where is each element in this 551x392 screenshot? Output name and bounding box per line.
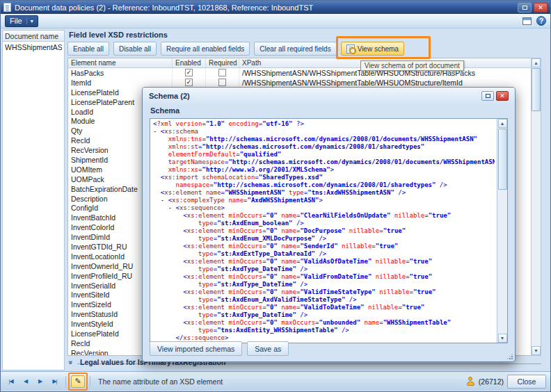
window-title: Document data policies (2) - Reference: … (15, 3, 518, 12)
document-name-header: Document name (2, 30, 65, 42)
xml-line: type="tns:AxdEntity_WHSShipmentTable" /> (153, 327, 495, 334)
nav-first-button[interactable]: |◀ (5, 375, 17, 387)
xml-line: type="st:AxdEnum_AxdValidTimeStateType" … (153, 296, 495, 304)
grid-scrollbar-thumb[interactable] (532, 68, 541, 111)
xml-line: type="st:AxdType_DateTime" /> (153, 311, 495, 319)
column-header-element-name[interactable]: Element name (68, 58, 173, 67)
dialog-restore-button[interactable] (481, 91, 494, 101)
user-icon (466, 377, 475, 386)
menu-bar: File ▾ ? (1, 14, 550, 28)
app-icon (3, 3, 11, 12)
enabled-cell: ✓ (173, 68, 206, 78)
xml-line: <xs:element minOccurs="0" name="DocPurpo… (153, 227, 495, 235)
xml-line: <xs:element minOccurs="0" name="ValidFro… (153, 273, 495, 281)
xml-viewer: <?xml version="1.0" encoding="utf-16" ?>… (150, 118, 508, 343)
disable-all-button[interactable]: Disable all (113, 42, 157, 56)
nav-last-button[interactable]: ▶| (49, 375, 61, 387)
scroll-up-icon[interactable]: ▲ (498, 119, 507, 128)
xml-line: targetNamespace="http://schemas.microsof… (153, 158, 495, 166)
tooltip-view-schema: View schema of port document (360, 60, 464, 71)
statusbar-separator (65, 376, 66, 387)
title-bar[interactable]: Document data policies (2) - Reference: … (1, 1, 550, 14)
xml-line: <xs:element minOccurs="0" name="SenderId… (153, 243, 495, 250)
close-button[interactable]: Close (507, 375, 546, 389)
schema-magnifier-icon (346, 44, 355, 54)
schema-group-label: Schema (150, 106, 179, 115)
dialog-title-bar[interactable]: Schema (2) ✕ (143, 88, 515, 104)
xml-line: xmlns:xs="http://www.w3.org/2001/XMLSche… (153, 166, 495, 174)
view-schema-button[interactable]: View schema (341, 42, 404, 56)
app-window: Document data policies (2) - Reference: … (0, 0, 551, 392)
required-checkbox[interactable] (218, 69, 226, 76)
file-menu-button[interactable]: File ▾ (5, 15, 38, 27)
column-header-required[interactable]: Required (206, 58, 239, 67)
restore-icon (486, 94, 490, 98)
window-layout-icon[interactable] (522, 17, 532, 25)
dialog-close-button[interactable]: ✕ (496, 91, 509, 101)
scroll-up-icon[interactable]: ▲ (532, 58, 541, 67)
xml-line: <xs:element minOccurs="0" maxOccurs="unb… (153, 319, 495, 327)
xml-line: <xs:import schemaLocation="SharedTypes.x… (153, 174, 495, 181)
xml-scrollbar-thumb[interactable] (498, 129, 507, 190)
xml-line: <xs:element minOccurs="0" name="ValidTim… (153, 288, 495, 296)
toolbar: Enable all Disable all Require all enabl… (67, 41, 404, 56)
table-row[interactable]: ItemId✓/WHSShipmentASN/WHSShipmentTable/… (68, 78, 532, 88)
xml-line: type="st:AxdExtType_DataAreaId" /> (153, 250, 495, 258)
help-icon[interactable]: ? (536, 16, 546, 26)
required-checkbox[interactable] (218, 79, 226, 86)
status-message: The name attribute of an XSD element (98, 377, 223, 386)
dialog-button-row: View imported schemas Save as (150, 341, 289, 356)
xml-line: <xs:element minOccurs="0" name="ClearNil… (153, 212, 495, 220)
save-as-button[interactable]: Save as (247, 341, 289, 356)
document-name-list: WHSShipmentASN (2, 42, 65, 370)
group-title-xsd-restrictions: Field level XSD restrictions (69, 31, 168, 39)
xml-line: type="st:AxdEnum_XMLDocPurpose" /> (153, 235, 495, 243)
element-name-cell: HasPacks (68, 68, 173, 78)
edit-record-button[interactable]: ✎ (71, 375, 85, 388)
xpath-cell: /WHSShipmentASN/WHSShipmentTable/WHSUOMS… (239, 78, 532, 88)
xml-line: xmlns:tns="http://schemas.microsoft.com/… (153, 136, 495, 143)
clear-all-required-fields-button[interactable]: Clear all required fields (254, 42, 336, 56)
file-menu-label: File (10, 17, 22, 25)
view-schema-label: View schema (358, 45, 399, 53)
schema-dialog: Schema (2) ✕ Schema <?xml version="1.0" … (142, 87, 516, 362)
xml-line: <xs:element minOccurs="0" name="ValidAsO… (153, 258, 495, 266)
required-cell (206, 68, 239, 78)
nav-next-button[interactable]: ▶ (34, 375, 46, 387)
dropdown-arrow-icon: ▾ (26, 18, 33, 24)
xml-line: type="st:AxdEnum_boolean" /> (153, 220, 495, 227)
scroll-down-icon[interactable]: ▼ (498, 334, 507, 343)
required-cell (206, 78, 239, 88)
resize-grip[interactable] (506, 352, 513, 359)
xml-content: <?xml version="1.0" encoding="utf-16" ?>… (153, 120, 495, 341)
view-imported-schemas-button[interactable]: View imported schemas (150, 341, 242, 356)
nav-prev-button[interactable]: ◀ (19, 375, 31, 387)
grid-scrollbar[interactable]: ▲ ▼ (531, 58, 541, 356)
xml-line: namespace="http://schemas.microsoft.com/… (153, 181, 495, 189)
xml-line: - <xs:complexType name="AxdWHSShipmentAS… (153, 197, 495, 204)
require-all-enabled-fields-button[interactable]: Require all enabled fields (161, 42, 250, 56)
xml-line: <xs:element name="WHSShipmentASN" type="… (153, 189, 495, 197)
close-window-button[interactable]: ✕ (534, 3, 548, 13)
enable-all-button[interactable]: Enable all (67, 42, 109, 56)
scroll-down-icon[interactable]: ▼ (532, 346, 541, 355)
status-bar: |◀ ◀ ▶ ▶| ✎ The name attribute of an XSD… (1, 371, 550, 391)
enabled-checkbox[interactable]: ✓ (185, 69, 193, 76)
session-counter: (26712) (479, 377, 504, 386)
element-name-cell: ItemId (68, 78, 173, 88)
xml-line: <xs:element minOccurs="0" name="ValidToD… (153, 304, 495, 311)
xml-line: elementFormDefault="qualified" (153, 151, 495, 158)
enabled-checkbox[interactable]: ✓ (185, 79, 193, 86)
statusbar-separator (90, 376, 90, 387)
xml-line: </xs:sequence> (153, 334, 495, 341)
expand-chevron-icon: » (67, 361, 74, 365)
xml-line: - <xs:sequence> (153, 204, 495, 212)
document-name-item[interactable]: WHSShipmentASN (5, 43, 62, 53)
xml-scrollbar[interactable]: ▲ ▼ (497, 119, 507, 343)
xml-line: <?xml version="1.0" encoding="utf-16" ?> (153, 120, 495, 128)
xml-line: type="st:AxdType_DateTime" /> (153, 266, 495, 273)
dialog-title: Schema (2) (149, 92, 190, 100)
xml-line: - <xs:schema (153, 128, 495, 136)
column-header-enabled[interactable]: Enabled (173, 58, 206, 67)
restore-window-button[interactable] (518, 3, 532, 13)
